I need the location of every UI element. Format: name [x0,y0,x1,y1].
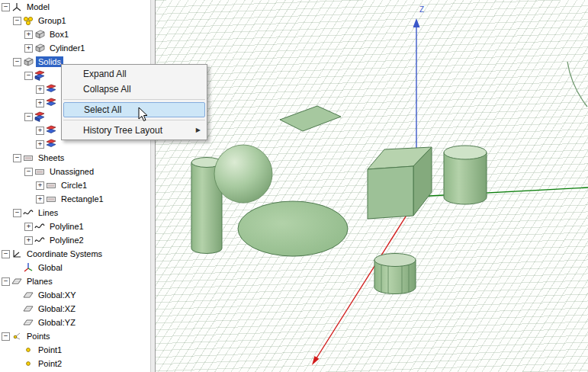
tree-item-lines[interactable]: Lines [0,206,150,220]
tree-item-point1[interactable]: Point1 [0,343,150,357]
collapse-icon[interactable] [2,277,10,286]
z-axis-label: Z [419,5,424,14]
tree-item-unassigned[interactable]: Unassigned [0,165,150,178]
line-icon [34,221,45,232]
solid-part-icon [46,98,56,108]
scene-svg: Z [156,0,588,372]
model-axes-icon [11,2,22,12]
application-window: Model Group1 Box1 Cylinder1 Solids [0,0,588,372]
collapse-icon[interactable] [13,209,21,217]
panel-splitter[interactable] [150,0,156,372]
flat-rectangle-sheet[interactable] [280,106,341,131]
menu-separator [63,99,205,100]
axes-icon [11,249,22,259]
solid-part-icon [46,139,56,149]
x-axis-arrow [312,356,319,365]
tree-item-label: Box1 [47,29,71,40]
tree-item-polyline1[interactable]: Polyline1 [0,220,150,233]
tree-item-global-xz[interactable]: Global:XZ [0,302,150,316]
expand-icon[interactable] [36,181,44,190]
tree-item-polyline2[interactable]: Polyline2 [0,233,150,247]
menu-item-expand-all[interactable]: Expand All [62,66,207,82]
menu-item-label: History Tree Layout [83,125,162,136]
collapse-icon[interactable] [13,154,21,162]
menu-item-label: Collapse All [83,84,131,95]
expand-icon[interactable] [24,30,33,39]
solid-icon [34,29,45,40]
tree-item-label: Group1 [36,15,69,26]
viewport-3d[interactable]: Z [156,0,588,372]
collapse-icon[interactable] [24,113,33,121]
line-icon [23,207,34,218]
tree-item-sheets[interactable]: Sheets [0,151,150,165]
sheet-icon [46,180,56,191]
expand-icon[interactable] [36,140,44,149]
tree-item-label: Model [24,2,52,12]
expand-icon[interactable] [36,195,44,204]
collapse-icon[interactable] [2,3,10,11]
flat-circle-sheet[interactable] [238,201,348,256]
tree-item-global-xy[interactable]: Global:XY [0,288,150,302]
sheet-icon [34,166,45,177]
tree-item-model[interactable]: Model [0,0,150,14]
solid-icon [34,43,45,53]
plane-icon [23,303,34,314]
box-solid[interactable] [368,147,432,219]
collapse-icon[interactable] [13,58,21,66]
menu-item-history-tree-layout[interactable]: History Tree Layout [62,123,207,138]
faceted-cylinder-solid[interactable] [374,254,416,294]
point-icon [23,358,34,369]
collapse-icon[interactable] [24,168,33,176]
tree-item-box1[interactable]: Box1 [0,27,150,41]
point-category-icon [11,331,22,342]
solid-part-icon [46,125,56,136]
menu-item-select-all[interactable]: Select All [63,102,205,117]
tree-item-global[interactable]: Global [0,261,150,274]
expand-icon[interactable] [36,99,44,107]
sheet-icon [23,152,34,163]
tree-item-circle1[interactable]: Circle1 [0,178,150,192]
y-axis [415,188,588,197]
right-cylinder-solid[interactable] [444,146,487,204]
sheet-icon [46,194,56,204]
expand-icon[interactable] [24,236,33,245]
menu-separator [63,120,205,120]
tree-item-global-yz[interactable]: Global:YZ [0,316,150,329]
solid-icon [23,56,34,67]
collapse-icon[interactable] [24,72,33,80]
plane-icon [23,290,34,300]
expand-icon[interactable] [24,223,33,231]
global-cs-icon [23,262,34,273]
tree-item-point2[interactable]: Point2 [0,357,150,370]
context-menu: Expand All Collapse All Select All Histo… [61,64,207,140]
solid-part-icon [34,111,45,122]
submenu-arrow-icon [196,123,201,138]
z-axis-arrow [413,18,420,27]
tree-item-rectangle1[interactable]: Rectangle1 [0,192,150,206]
point-icon [23,345,34,355]
model-tree-panel: Model Group1 Box1 Cylinder1 Solids [0,0,150,372]
collapse-icon[interactable] [13,17,21,25]
expand-icon[interactable] [36,127,44,135]
tree-item-label-selected: Solids [36,56,63,67]
tree-item-group1[interactable]: Group1 [0,14,150,27]
collapse-icon[interactable] [2,332,10,341]
tree-item-label: Cylinder1 [47,43,87,53]
expand-icon[interactable] [24,44,33,53]
expand-icon[interactable] [36,85,44,94]
plane-icon [23,317,34,328]
tree-item-cylinder1[interactable]: Cylinder1 [0,41,150,55]
solid-part-icon [46,84,56,95]
line-icon [34,235,45,245]
plane-icon [11,276,22,287]
menu-item-label: Select All [84,104,121,115]
tree-item-planes[interactable]: Planes [0,274,150,288]
group-icon [23,15,34,26]
solid-part-icon [34,70,45,81]
tree-item-points[interactable]: Points [0,329,150,343]
tree-item-coordinate-systems[interactable]: Coordinate Systems [0,247,150,261]
arc-curve[interactable] [567,62,587,107]
menu-item-collapse-all[interactable]: Collapse All [62,82,207,97]
collapse-icon[interactable] [2,250,10,258]
sphere-solid[interactable] [214,145,272,203]
